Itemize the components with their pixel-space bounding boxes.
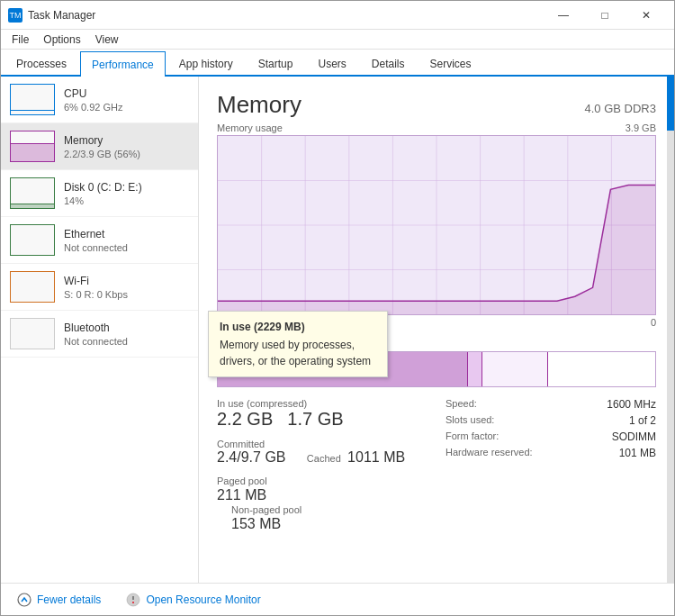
slots-label: Slots used:	[446, 414, 494, 427]
sidebar-item-disk[interactable]: Disk 0 (C: D: E:) 14%	[1, 170, 198, 217]
slots-value: 1 of 2	[629, 414, 656, 427]
hw-reserved-label: Hardware reserved:	[446, 447, 533, 459]
comp-modified	[468, 352, 482, 386]
speed-row: Speed: 1600 MHz	[446, 398, 656, 411]
tab-startup[interactable]: Startup	[247, 51, 305, 75]
form-factor-label: Form factor:	[446, 430, 499, 443]
menu-bar: File Options View	[1, 30, 674, 50]
cached-label: Cached	[307, 453, 341, 464]
committed-value: 2.4/9.7 GB	[217, 449, 286, 465]
disk-label: Disk 0 (C: D: E:)	[64, 180, 142, 195]
minimize-button[interactable]: —	[543, 1, 584, 30]
sidebar-item-ethernet[interactable]: Ethernet Not connected	[1, 217, 198, 264]
wifi-sub: S: 0 R: 0 Kbps	[64, 289, 128, 300]
menu-view[interactable]: View	[88, 32, 126, 48]
sidebar-item-memory[interactable]: Memory 2.2/3.9 GB (56%)	[1, 123, 198, 170]
right-stats: Speed: 1600 MHz Slots used: 1 of 2 Form …	[446, 398, 656, 541]
detail-spec: 4.0 GB DDR3	[585, 102, 656, 115]
tooltip: In use (2229 MB) Memory used by processe…	[208, 311, 388, 377]
comp-standby	[482, 352, 548, 386]
ethernet-thumbnail	[10, 224, 55, 256]
disk-thumbnail	[10, 177, 55, 209]
speed-label: Speed:	[446, 398, 477, 411]
detail-panel: Memory 4.0 GB DDR3 Memory usage 3.9 GB	[199, 77, 674, 583]
form-factor-row: Form factor: SODIMM	[446, 430, 656, 443]
resource-monitor-label: Open Resource Monitor	[146, 593, 260, 606]
tab-users[interactable]: Users	[306, 51, 357, 75]
form-factor-value: SODIMM	[612, 430, 656, 443]
tooltip-title: In use (2229 MB)	[220, 319, 376, 335]
close-button[interactable]: ✕	[626, 1, 667, 30]
resource-monitor-icon	[126, 593, 140, 607]
sidebar-item-wifi[interactable]: Wi-Fi S: 0 R: 0 Kbps	[1, 264, 198, 311]
tab-performance[interactable]: Performance	[80, 51, 166, 77]
chevron-up-icon	[17, 593, 32, 607]
hw-reserved-row: Hardware reserved: 101 MB	[446, 447, 656, 459]
maximize-button[interactable]: □	[584, 1, 626, 30]
tooltip-text: Memory used by processes, drivers, or th…	[220, 337, 376, 369]
task-manager-window: TM Task Manager — □ ✕ File Options View …	[0, 0, 675, 616]
wifi-label: Wi-Fi	[64, 274, 128, 289]
detail-title: Memory	[217, 91, 302, 119]
paged-pool-value: 211 MB	[217, 487, 428, 503]
non-paged-pool-label: Non-paged pool	[231, 504, 302, 515]
hw-reserved-value: 101 MB	[619, 447, 656, 459]
sidebar-item-bluetooth[interactable]: Bluetooth Not connected	[1, 311, 198, 358]
fewer-details-label: Fewer details	[37, 593, 101, 606]
wifi-thumbnail	[10, 271, 55, 303]
comp-free	[548, 352, 655, 386]
cpu-label: CPU	[64, 86, 122, 102]
tab-services[interactable]: Services	[418, 51, 483, 75]
fewer-details-button[interactable]: Fewer details	[12, 589, 106, 611]
paged-pool-label: Paged pool	[217, 476, 267, 486]
stat-pools: Paged pool 211 MB Non-paged pool 153 MB	[217, 475, 428, 532]
memory-graph-svg	[218, 136, 655, 314]
cpu-thumbnail	[10, 84, 55, 115]
graph-zero-label: 0	[651, 317, 656, 328]
stats-section: In use (compressed) 2.2 GB 1.7 GB Commit…	[217, 398, 656, 541]
left-stats: In use (compressed) 2.2 GB 1.7 GB Commit…	[217, 398, 428, 541]
memory-label: Memory	[64, 133, 140, 149]
tab-app-history[interactable]: App history	[167, 51, 245, 75]
tabs-bar: Processes Performance App history Startu…	[1, 50, 674, 77]
in-use-value: 2.2 GB	[217, 409, 273, 430]
speed-value: 1600 MHz	[607, 398, 656, 411]
main-content: CPU 6% 0.92 GHz Memory 2.2/3.9 GB (56%)	[1, 77, 674, 583]
memory-graph	[217, 135, 656, 315]
graph-label: Memory usage 3.9 GB	[217, 122, 656, 133]
non-paged-pool-value: 153 MB	[231, 516, 302, 532]
ethernet-sub: Not connected	[64, 242, 128, 253]
window-controls: — □ ✕	[543, 1, 667, 30]
available-value: 1.7 GB	[287, 409, 343, 430]
disk-sub: 14%	[64, 195, 142, 206]
window-title: Task Manager	[28, 9, 543, 22]
cpu-graph-line	[11, 110, 54, 111]
stat-in-use: In use (compressed) 2.2 GB 1.7 GB	[217, 398, 428, 430]
in-use-label: In use (compressed)	[217, 398, 428, 409]
scrollbar[interactable]	[667, 77, 674, 583]
bottom-bar: Fewer details Open Resource Monitor	[1, 583, 674, 615]
open-resource-monitor-button[interactable]: Open Resource Monitor	[121, 589, 266, 611]
bluetooth-thumbnail	[10, 318, 55, 349]
tab-processes[interactable]: Processes	[4, 51, 78, 75]
memory-fill	[11, 143, 54, 161]
app-icon: TM	[8, 8, 22, 23]
menu-options[interactable]: Options	[36, 32, 87, 48]
sidebar: CPU 6% 0.92 GHz Memory 2.2/3.9 GB (56%)	[1, 77, 199, 583]
detail-header: Memory 4.0 GB DDR3	[217, 91, 656, 119]
stat-committed: Committed 2.4/9.7 GB Cached 1011 MB	[217, 439, 428, 466]
scrollbar-thumb[interactable]	[667, 77, 674, 131]
cpu-sub: 6% 0.92 GHz	[64, 102, 122, 113]
bluetooth-label: Bluetooth	[64, 321, 128, 336]
memory-usage-section: Memory usage 3.9 GB	[217, 122, 656, 328]
cached-value: 1011 MB	[347, 449, 405, 465]
memory-thumbnail	[10, 131, 55, 162]
disk-fill	[11, 204, 54, 208]
svg-point-13	[18, 593, 31, 606]
menu-file[interactable]: File	[4, 32, 36, 48]
slots-row: Slots used: 1 of 2	[446, 414, 656, 427]
ethernet-label: Ethernet	[64, 227, 128, 242]
tab-details[interactable]: Details	[360, 51, 417, 75]
sidebar-item-cpu[interactable]: CPU 6% 0.92 GHz	[1, 77, 198, 123]
bluetooth-sub: Not connected	[64, 336, 128, 347]
